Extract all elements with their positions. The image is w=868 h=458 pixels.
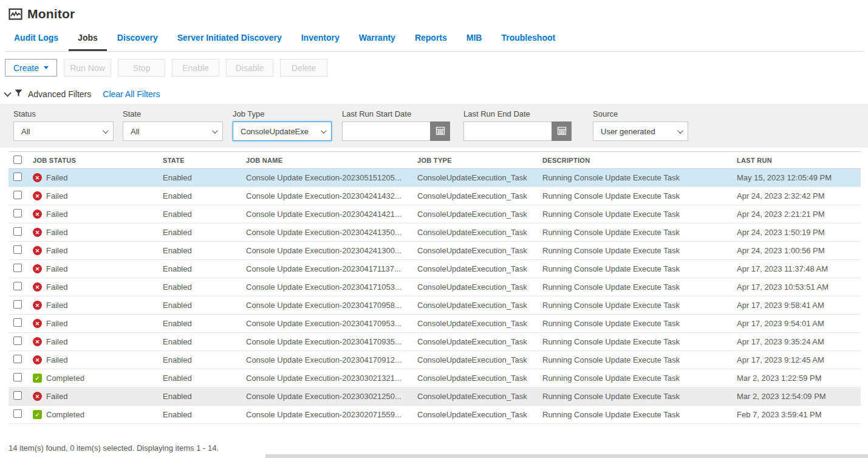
start-date-calendar-button[interactable] [430, 121, 450, 141]
tab-audit-logs[interactable]: Audit Logs [5, 33, 67, 51]
last-run-start-date-input[interactable] [342, 121, 430, 141]
row-checkbox[interactable] [13, 209, 22, 217]
row-checkbox[interactable] [13, 227, 22, 236]
advanced-filters-toggle[interactable]: Advanced Filters Clear All Filters [5, 89, 868, 99]
caret-down-icon [44, 66, 49, 69]
job-status-label: Failed [46, 355, 67, 364]
table-row[interactable]: ✕FailedEnabledConsole Update Execution-2… [9, 224, 861, 242]
chevron-down-icon [677, 128, 683, 134]
column-header-job-name[interactable]: JOB NAME [246, 157, 417, 164]
description-cell: Running Console Update Execute Task [542, 173, 737, 182]
job-status-cell: ✕Failed [33, 282, 163, 292]
row-checkbox[interactable] [13, 264, 22, 272]
table-row[interactable]: ✓CompletedEnabledConsole Update Executio… [9, 406, 861, 424]
source-filter-select[interactable]: User generated [593, 121, 688, 141]
last-run-cell: Apr 17, 2023 9:12:45 AM [737, 355, 852, 364]
end-date-calendar-button[interactable] [552, 121, 572, 141]
stop-button[interactable]: Stop [118, 59, 165, 77]
row-checkbox[interactable] [13, 355, 22, 363]
tab-inventory[interactable]: Inventory [292, 33, 349, 51]
description-cell: Running Console Update Execute Task [542, 374, 737, 383]
job-status-cell: ✕Failed [33, 191, 163, 200]
create-button[interactable]: Create [5, 59, 57, 77]
disable-button[interactable]: Disable [226, 59, 273, 77]
row-checkbox-cell [9, 245, 33, 256]
chevron-down-icon[interactable] [4, 89, 12, 97]
job-type-cell: ConsoleUpdateExecution_Task [417, 282, 542, 292]
tab-server-initiated-discovery[interactable]: Server Initiated Discovery [168, 33, 291, 51]
column-header-description[interactable]: DESCRIPTION [542, 157, 737, 164]
row-checkbox[interactable] [13, 409, 22, 418]
status-filter-label: Status [13, 109, 114, 118]
description-cell: Running Console Update Execute Task [542, 410, 737, 419]
row-checkbox[interactable] [13, 391, 22, 400]
tab-mib[interactable]: MIB [457, 33, 491, 51]
state-cell: Enabled [163, 410, 246, 419]
delete-button[interactable]: Delete [280, 59, 327, 77]
job-name-cell: Console Update Execution-202304171137... [246, 264, 417, 273]
horizontal-scrollbar[interactable] [265, 454, 868, 458]
description-cell: Running Console Update Execute Task [542, 301, 737, 310]
column-header-last-run[interactable]: LAST RUN [737, 157, 852, 164]
job-name-cell: Console Update Execution-202302071559... [246, 410, 417, 419]
row-checkbox[interactable] [13, 337, 22, 345]
job-name-cell: Console Update Execution-202304241300... [246, 246, 417, 255]
column-header-state[interactable]: STATE [163, 157, 246, 164]
state-cell: Enabled [163, 173, 246, 182]
table-row[interactable]: ✕FailedEnabledConsole Update Execution-2… [9, 260, 861, 278]
job-type-cell: ConsoleUpdateExecution_Task [417, 410, 542, 419]
description-cell: Running Console Update Execute Task [542, 319, 737, 328]
job-status-label: Completed [46, 410, 84, 419]
row-checkbox[interactable] [13, 173, 22, 181]
state-cell: Enabled [163, 210, 246, 219]
tab-warranty[interactable]: Warranty [350, 33, 405, 51]
column-header-job-status[interactable]: JOB STATUS [33, 157, 163, 164]
table-row[interactable]: ✕FailedEnabledConsole Update Execution-2… [9, 388, 861, 406]
table-row[interactable]: ✕FailedEnabledConsole Update Execution-2… [9, 296, 861, 315]
job-type-filter-select[interactable]: ConsoleUpdateExe [233, 121, 332, 141]
table-row[interactable]: ✕FailedEnabledConsole Update Execution-2… [9, 205, 861, 224]
tab-troubleshoot[interactable]: Troubleshoot [492, 33, 564, 51]
column-header-job-type[interactable]: JOB TYPE [417, 157, 542, 164]
table-row[interactable]: ✕FailedEnabledConsole Update Execution-2… [9, 333, 861, 351]
description-cell: Running Console Update Execute Task [542, 246, 737, 255]
status-filter-select[interactable]: All [13, 121, 114, 141]
table-row[interactable]: ✕FailedEnabledConsole Update Execution-2… [9, 242, 861, 260]
tab-discovery[interactable]: Discovery [108, 33, 167, 51]
advanced-filters-label: Advanced Filters [28, 89, 91, 99]
table-row[interactable]: ✕FailedEnabledConsole Update Execution-2… [9, 169, 861, 187]
row-checkbox[interactable] [13, 282, 22, 290]
run-now-button[interactable]: Run Now [64, 59, 111, 77]
job-status-cell: ✕Failed [33, 392, 163, 401]
job-name-cell: Console Update Execution-202303021321... [246, 374, 417, 383]
table-row[interactable]: ✕FailedEnabledConsole Update Execution-2… [9, 278, 861, 296]
table-row[interactable]: ✕FailedEnabledConsole Update Execution-2… [9, 351, 861, 369]
table-row[interactable]: ✓CompletedEnabledConsole Update Executio… [9, 369, 861, 388]
state-filter-select[interactable]: All [123, 121, 223, 141]
row-checkbox-cell [9, 227, 33, 238]
failed-status-icon: ✕ [33, 337, 42, 346]
completed-status-icon: ✓ [33, 374, 42, 383]
row-checkbox[interactable] [13, 191, 22, 199]
row-checkbox[interactable] [13, 318, 22, 327]
tab-reports[interactable]: Reports [406, 33, 456, 51]
table-row[interactable]: ✕FailedEnabledConsole Update Execution-2… [9, 315, 861, 333]
table-row[interactable]: ✕FailedEnabledConsole Update Execution-2… [9, 187, 861, 205]
row-checkbox-cell [9, 337, 33, 347]
row-checkbox[interactable] [13, 300, 22, 309]
state-cell: Enabled [163, 282, 246, 292]
enable-button[interactable]: Enable [172, 59, 219, 77]
filter-funnel-icon[interactable] [15, 89, 22, 100]
tab-jobs[interactable]: Jobs [69, 33, 107, 51]
row-checkbox-cell [9, 409, 33, 420]
source-filter-value: User generated [601, 127, 655, 136]
clear-all-filters-link[interactable]: Clear All Filters [103, 89, 160, 99]
row-checkbox[interactable] [13, 373, 22, 381]
job-name-cell: Console Update Execution-202304170953... [246, 319, 417, 328]
select-all-checkbox[interactable] [13, 156, 22, 164]
row-checkbox[interactable] [13, 245, 22, 254]
page-title: Monitor [27, 7, 75, 21]
last-run-cell: Apr 17, 2023 9:58:41 AM [737, 301, 852, 310]
description-cell: Running Console Update Execute Task [542, 228, 737, 237]
last-run-end-date-input[interactable] [463, 121, 552, 141]
